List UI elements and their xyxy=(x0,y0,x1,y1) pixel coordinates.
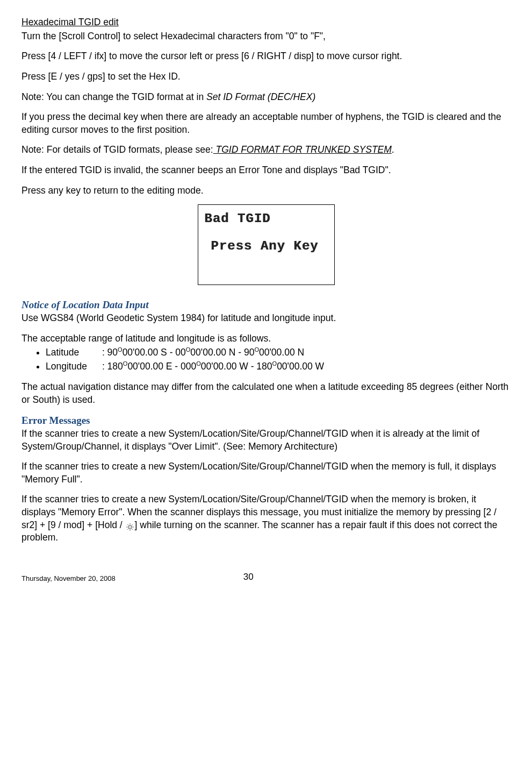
para-decimal-key: If you press the decimal key when there … xyxy=(21,111,511,136)
para-scroll: Turn the [Scroll Control] to select Hexa… xyxy=(21,30,511,43)
para-memory-error: If the scanner tries to create a new Sys… xyxy=(21,493,511,544)
para-wgs84: Use WGS84 (World Geodetic System 1984) f… xyxy=(21,312,511,325)
lon-label: Longitude xyxy=(46,360,99,373)
svg-line-7 xyxy=(127,529,128,530)
svg-line-8 xyxy=(132,529,133,530)
heading-notice: Notice of Location Data Input xyxy=(21,298,511,312)
note-format-text: Note: You can change the TGID format at … xyxy=(21,91,206,102)
heading-errors: Error Messages xyxy=(21,414,511,428)
para-invalid: If the entered TGID is invalid, the scan… xyxy=(21,164,511,177)
para-memory-full: If the scanner tries to create a new Sys… xyxy=(21,460,511,486)
list-item-lon: Longitude : 180O00'00.00 E - 000O00'00.0… xyxy=(46,360,511,373)
svg-point-0 xyxy=(128,525,132,529)
para-note-format: Note: You can change the TGID format at … xyxy=(21,91,511,104)
note-format-italic: Set ID Format (DEC/HEX) xyxy=(206,91,315,102)
para-nav-distance: The actual navigation distance may diffe… xyxy=(21,381,511,406)
coord-list: Latitude : 90O00'00.00 S - 00O00'00.00 N… xyxy=(46,346,511,373)
para-range-intro: The acceptable range of latitude and lon… xyxy=(21,332,511,345)
lon-value: : 180O00'00.00 E - 000O00'00.00 W - 180O… xyxy=(102,361,324,372)
section-title-hex: Hexadecimal TGID edit xyxy=(21,16,511,29)
lat-label: Latitude xyxy=(46,346,99,359)
note-details-period: . xyxy=(392,144,394,155)
para-set-hex: Press [E / yes / gps] to set the Hex ID. xyxy=(21,70,511,83)
footer-date: Thursday, November 20, 2008 xyxy=(21,574,116,584)
lcd-line-1: Bad TGID xyxy=(205,210,328,227)
para-over-limit: If the scanner tries to create a new Sys… xyxy=(21,428,511,453)
svg-line-5 xyxy=(127,524,128,525)
svg-line-6 xyxy=(132,524,133,525)
light-bulb-icon xyxy=(125,522,135,529)
lcd-line-2: Press Any Key xyxy=(211,238,328,255)
lat-value: : 90O00'00.00 S - 00O00'00.00 N - 90O00'… xyxy=(102,347,304,358)
para-press-any: Press any key to return to the editing m… xyxy=(21,184,511,197)
note-details-link: TGID FORMAT FOR TRUNKED SYSTEM xyxy=(213,144,392,155)
footer-page-number: 30 xyxy=(243,571,254,584)
list-item-lat: Latitude : 90O00'00.00 S - 00O00'00.00 N… xyxy=(46,346,511,359)
note-details-text: Note: For details of TGID formats, pleas… xyxy=(21,144,213,155)
para-note-details: Note: For details of TGID formats, pleas… xyxy=(21,144,511,157)
page-footer: Thursday, November 20, 2008 30 xyxy=(21,571,511,584)
para-cursor: Press [4 / LEFT / ifx] to move the curso… xyxy=(21,50,511,63)
lcd-display: Bad TGID Press Any Key xyxy=(198,204,335,285)
